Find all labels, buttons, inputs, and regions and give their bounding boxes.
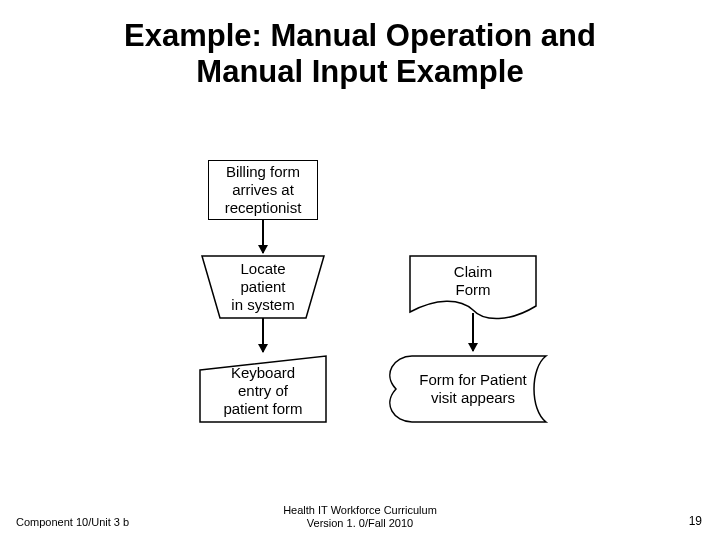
arrow-claim-to-display [472, 313, 474, 351]
footer-center: Health IT Workforce Curriculum Version 1… [0, 504, 720, 530]
slide-title: Example: Manual Operation and Manual Inp… [0, 18, 720, 89]
footer-page-number: 19 [689, 514, 702, 528]
title-line-2: Manual Input Example [196, 54, 523, 89]
arrow-billing-to-locate [262, 220, 264, 253]
manual-input-keyboard-container: Keyboard entry of patient form [200, 360, 326, 422]
document-claim-form-container: Claim Form [410, 256, 536, 306]
arrow-locate-to-keyboard [262, 318, 264, 352]
manual-operation-locate-container: Locate patient in system [202, 256, 324, 318]
footer-center-line2: Version 1. 0/Fall 2010 [307, 517, 413, 529]
title-line-1: Example: Manual Operation and [124, 18, 596, 53]
document-claim-form-label: Claim Form [454, 263, 492, 299]
footer-center-line1: Health IT Workforce Curriculum [283, 504, 437, 516]
display-form-appears-container: Form for Patient visit appears [398, 356, 548, 422]
manual-input-keyboard-label: Keyboard entry of patient form [223, 364, 302, 418]
process-billing-form-label: Billing form arrives at receptionist [225, 163, 302, 217]
process-billing-form: Billing form arrives at receptionist [208, 160, 318, 220]
manual-operation-locate-label: Locate patient in system [231, 260, 294, 314]
display-form-appears-label: Form for Patient visit appears [419, 371, 527, 407]
